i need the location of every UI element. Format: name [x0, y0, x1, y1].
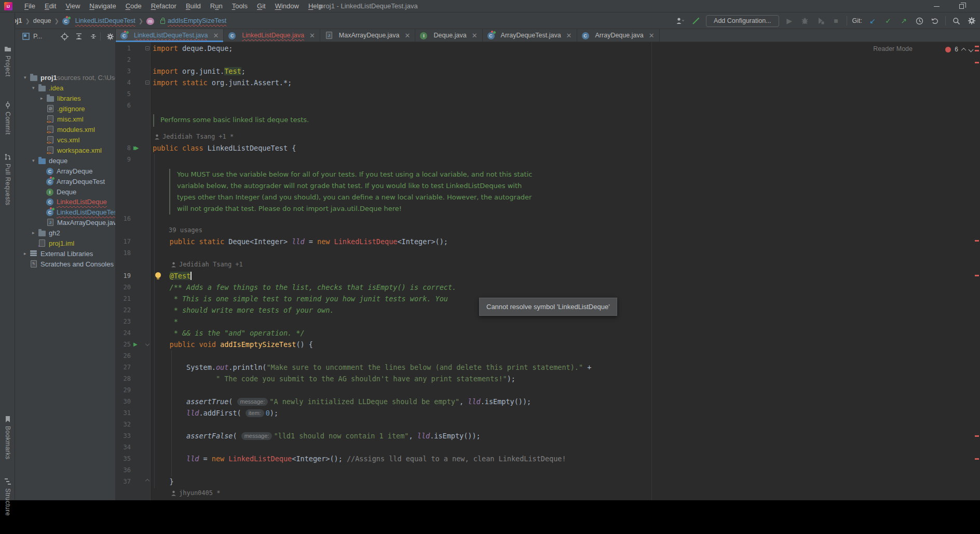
tab-close-icon[interactable]: ✕ — [309, 32, 315, 39]
intellij-logo-icon: IJ — [4, 2, 12, 10]
error-stripe-mark[interactable] — [975, 458, 979, 460]
menu-code[interactable]: Code — [121, 0, 146, 12]
error-stripe-mark[interactable] — [975, 62, 979, 63]
chevron-down-icon[interactable]: ▾ — [32, 85, 38, 90]
chevron-right-icon[interactable]: ▸ — [32, 230, 38, 235]
menu-window[interactable]: Window — [270, 0, 304, 12]
menu-tools[interactable]: Tools — [227, 0, 252, 12]
error-stripe-mark[interactable] — [975, 50, 979, 51]
ide-window: IJ FileEditViewNavigateCodeRefactorBuild… — [0, 0, 980, 500]
tab-close-icon[interactable]: ✕ — [566, 32, 572, 39]
tab-close-icon[interactable]: ✕ — [405, 32, 411, 39]
prev-error-icon[interactable] — [961, 47, 967, 52]
menu-run[interactable]: Run — [206, 0, 227, 12]
toolbar-separator — [847, 16, 847, 25]
menu-git[interactable]: Git — [252, 0, 270, 12]
tree-item-linkedlistdeque[interactable]: CLinkedListDeque — [40, 196, 107, 207]
window-maximize-button[interactable] — [950, 0, 973, 12]
settings-icon[interactable] — [967, 16, 977, 26]
error-stripe-mark[interactable] — [975, 46, 979, 47]
code-author-annotation[interactable]: jhyun0405 * — [171, 488, 220, 498]
tree-item-linkedlistdequetest[interactable]: CLinkedListDequeTest — [40, 207, 116, 217]
editor-tab[interactable]: CLinkedListDequeTest.java✕ — [116, 29, 224, 42]
panel-settings-icon[interactable] — [106, 33, 114, 41]
editor-tab[interactable]: MaxArrayDeque.java✕ — [320, 29, 416, 42]
menu-build[interactable]: Build — [181, 0, 206, 12]
menu-navigate[interactable]: Navigate — [85, 0, 120, 12]
tab-close-icon[interactable]: ✕ — [213, 32, 219, 39]
expand-all-icon[interactable] — [75, 33, 83, 40]
menu-view[interactable]: View — [61, 0, 85, 12]
tree-item--idea[interactable]: ▾.idea — [32, 83, 63, 93]
chevron-right-icon[interactable]: ▸ — [40, 96, 46, 101]
breadcrumb-item[interactable]: maddIsEmptySizeTest — [146, 17, 226, 25]
window-minimize-button[interactable] — [925, 0, 948, 12]
editor-area[interactable]: 1234568▶▶916171819202122232425▶262728293… — [116, 42, 980, 500]
menu-edit[interactable]: Edit — [40, 0, 61, 12]
reader-mode-label[interactable]: Reader Mode — [873, 45, 913, 52]
collapse-all-icon[interactable] — [90, 33, 97, 40]
user-dropdown-icon[interactable] — [675, 16, 685, 26]
usages-hint[interactable]: 39 usages — [169, 225, 202, 235]
project-panel-title[interactable]: P... — [33, 33, 42, 40]
tab-close-icon[interactable]: ✕ — [472, 32, 478, 39]
tree-item-deque[interactable]: ▾deque — [32, 155, 67, 166]
stripe-button-project[interactable]: Project — [0, 45, 15, 77]
git-commit-icon[interactable]: ✓ — [883, 16, 893, 26]
inspections-widget[interactable]: 6 — [945, 46, 973, 53]
tree-item-modules-xml[interactable]: modules.xml — [40, 124, 95, 135]
chevron-down-icon[interactable]: ▾ — [24, 75, 30, 80]
tree-item-misc-xml[interactable]: misc.xml — [40, 114, 84, 124]
tree-item-deque[interactable]: IDeque — [40, 186, 76, 197]
stripe-button-bookmarks[interactable]: Bookmarks — [0, 416, 15, 460]
history-icon[interactable] — [914, 16, 924, 26]
debug-icon[interactable] — [800, 16, 810, 26]
xml-file-icon — [46, 126, 57, 133]
tree-item-vcs-xml[interactable]: vcs.xml — [40, 135, 79, 145]
editor-tab[interactable]: CLinkedListDeque.java✕ — [224, 29, 320, 42]
stop-icon[interactable]: ■ — [831, 16, 841, 26]
search-icon[interactable] — [951, 16, 961, 26]
breadcrumb-item[interactable]: CLinkedListDequeTest — [62, 17, 135, 25]
editor-tab[interactable]: CArrayDeque.java✕ — [577, 29, 660, 42]
code-author-annotation[interactable]: Jedidiah Tsang +1 * — [154, 131, 234, 142]
error-stripe-mark[interactable] — [975, 275, 979, 276]
tree-item-arraydequetest[interactable]: CArrayDequeTest — [40, 176, 105, 186]
tree-item-maxarraydeque-java[interactable]: MaxArrayDeque.java — [40, 217, 116, 228]
tab-close-icon[interactable]: ✕ — [649, 32, 655, 39]
breadcrumb-item[interactable]: deque — [33, 17, 51, 24]
add-configuration-button[interactable]: Add Configuration... — [706, 15, 779, 27]
stripe-button-structure[interactable]: Structure — [0, 478, 15, 516]
error-stripe-mark[interactable] — [975, 435, 979, 437]
run-icon[interactable]: ▶ — [784, 16, 795, 26]
tree-item-scratches-and-consoles[interactable]: ✎Scratches and Consoles — [24, 259, 114, 269]
tree-item-label: gh2 — [49, 229, 60, 237]
tree-item-proj1[interactable]: ▾proj1 sources root, C:\Users\ — [24, 72, 116, 83]
menu-file[interactable]: File — [20, 0, 40, 12]
chevron-right-icon[interactable]: ▸ — [24, 251, 30, 256]
tree-item-gh2[interactable]: ▸gh2 — [32, 228, 60, 238]
title-bar: IJ FileEditViewNavigateCodeRefactorBuild… — [0, 0, 980, 12]
coverage-icon[interactable] — [815, 16, 826, 26]
git-update-icon[interactable]: ↙ — [867, 16, 878, 26]
chevron-down-icon[interactable]: ▾ — [32, 158, 38, 163]
build-wrench-icon[interactable] — [690, 16, 701, 26]
error-stripe-mark[interactable] — [975, 240, 979, 242]
tree-item--gitignore[interactable]: .gitignore — [40, 103, 85, 114]
stripe-button-commit[interactable]: Commit — [0, 101, 15, 135]
locate-icon[interactable] — [61, 33, 69, 41]
tree-item-workspace-xml[interactable]: workspace.xml — [40, 145, 102, 155]
code-author-annotation[interactable]: Jedidiah Tsang +1 — [171, 259, 243, 270]
next-error-icon[interactable] — [969, 47, 974, 52]
tree-item-arraydeque[interactable]: CArrayDeque — [40, 166, 92, 176]
rollback-icon[interactable] — [930, 16, 940, 26]
editor-tab[interactable]: IDeque.java✕ — [415, 29, 482, 42]
tree-item-external-libraries[interactable]: ▸External Libraries — [24, 248, 93, 259]
git-push-icon[interactable]: ↗ — [899, 16, 909, 26]
tree-item-proj1-iml[interactable]: proj1.iml — [32, 238, 74, 248]
editor-tab[interactable]: CArrayDequeTest.java✕ — [483, 29, 577, 42]
menu-refactor[interactable]: Refactor — [146, 0, 181, 12]
stripe-button-pull-requests[interactable]: Pull Requests — [0, 153, 15, 206]
tree-item-libraries[interactable]: ▸libraries — [40, 93, 81, 103]
error-stripe[interactable] — [974, 42, 980, 500]
